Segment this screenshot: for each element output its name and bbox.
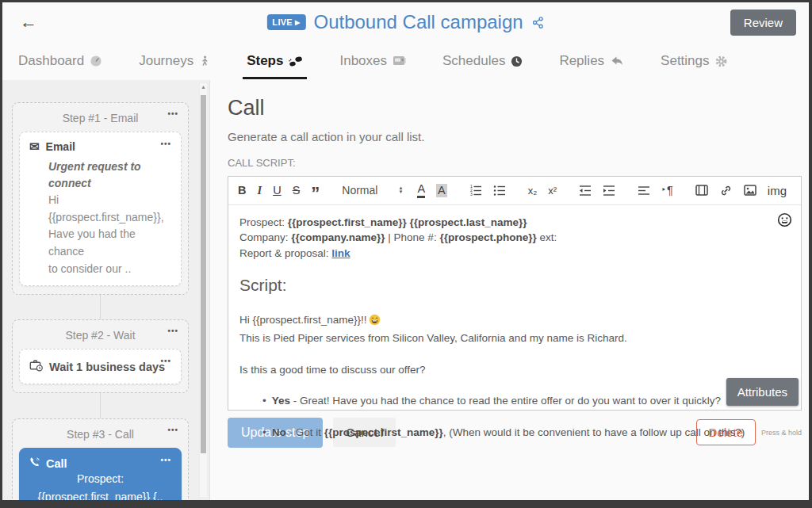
- step-connector: [100, 295, 101, 319]
- paragraph-format-select[interactable]: Normal ▲▼: [342, 184, 403, 197]
- tab-replies-label: Replies: [559, 53, 604, 69]
- ordered-list-button[interactable]: 123: [469, 185, 482, 197]
- outdent-button[interactable]: [579, 185, 592, 197]
- call-card-header: Call •••: [29, 456, 171, 470]
- call-card-menu-icon[interactable]: •••: [160, 456, 171, 464]
- underline-button[interactable]: U: [273, 185, 281, 197]
- back-arrow-icon[interactable]: ←: [20, 12, 37, 32]
- clock-icon: [511, 55, 523, 67]
- link-button[interactable]: [719, 184, 733, 197]
- share-icon[interactable]: [531, 16, 545, 29]
- italic-button[interactable]: I: [257, 185, 262, 197]
- highlight-color-button[interactable]: A: [436, 184, 447, 198]
- gauge-icon: [90, 55, 102, 67]
- no-option: No - Got it {{prospect.first_name}}, (Wh…: [262, 425, 790, 441]
- walking-person-icon: [199, 55, 210, 67]
- live-badge-label: LIVE: [272, 17, 293, 27]
- tab-steps-label: Steps: [247, 53, 283, 69]
- call-script-editor: B I U S ” Normal ▲▼ A A 123: [228, 176, 802, 411]
- footprints-icon: [289, 55, 303, 67]
- blockquote-button[interactable]: ”: [311, 190, 320, 197]
- step-1-title: Step #1 - Email: [19, 108, 182, 132]
- step-2-menu-icon[interactable]: •••: [167, 327, 178, 335]
- report-link[interactable]: link: [331, 247, 350, 259]
- email-action-card[interactable]: ✉ Email ••• Urgent request to connect Hi…: [19, 132, 182, 286]
- email-preview-line: Have you had the chance: [48, 226, 171, 260]
- superscript-button[interactable]: x²: [548, 185, 557, 196]
- tab-journeys-label: Journeys: [139, 53, 193, 69]
- tab-journeys[interactable]: Journeys: [139, 53, 210, 69]
- bold-button[interactable]: B: [238, 185, 246, 197]
- step-2-title: Step #2 - Wait: [19, 325, 182, 349]
- header: ← LIVE ▶ Outbound Call campaign Review: [2, 2, 809, 42]
- img-upload-button[interactable]: img: [768, 185, 787, 197]
- tab-steps[interactable]: Steps: [247, 53, 303, 69]
- wait-card-title: Wait 1 business days: [49, 361, 165, 373]
- main-panel: Call Generate a call action in your call…: [210, 80, 809, 500]
- email-card-header: ✉ Email: [29, 139, 171, 154]
- inbox-safe-icon: [393, 55, 406, 67]
- envelope-icon: ✉: [29, 139, 40, 154]
- tab-bar: Dashboard Journeys Steps Inboxes Schedul…: [2, 42, 809, 80]
- strikethrough-button[interactable]: S: [293, 185, 301, 197]
- sidebar-scrollbar[interactable]: ▲: [199, 82, 208, 498]
- step-3-title: Step #3 - Call: [19, 424, 182, 448]
- wait-icon: [29, 359, 43, 374]
- image-button[interactable]: [744, 185, 756, 196]
- play-icon: ▶: [295, 19, 300, 26]
- step-3-menu-icon[interactable]: •••: [167, 426, 178, 434]
- campaign-title: Outbound Call campaign: [313, 11, 523, 33]
- step-card-3[interactable]: Step #3 - Call ••• Call ••• Prospect: {{…: [12, 418, 189, 508]
- question-line: Is this a good time to discuss our offer…: [239, 362, 790, 378]
- page-title: Call: [228, 96, 809, 120]
- tab-settings-label: Settings: [661, 53, 709, 69]
- app-window: ← LIVE ▶ Outbound Call campaign Review D…: [0, 0, 812, 508]
- step-card-2[interactable]: Step #2 - Wait ••• Wait 1 business days …: [12, 319, 189, 393]
- step-connector: [100, 393, 101, 418]
- align-button[interactable]: [638, 185, 650, 197]
- call-card-line: {{prospect.first_name}} {..: [29, 488, 171, 506]
- tab-schedules-label: Schedules: [442, 53, 505, 69]
- email-card-title: Email: [46, 140, 75, 153]
- call-script-label: CALL SCRIPT:: [228, 157, 809, 169]
- wait-action-card[interactable]: Wait 1 business days •••: [19, 349, 182, 384]
- campaign-title-group: LIVE ▶ Outbound Call campaign: [266, 11, 544, 33]
- intro-line: This is Pied Piper services from Silicon…: [239, 330, 790, 346]
- review-button[interactable]: Review: [730, 10, 796, 36]
- scrollbar-up-icon[interactable]: ▲: [200, 84, 207, 90]
- tab-inboxes[interactable]: Inboxes: [339, 53, 406, 69]
- scrollbar-thumb[interactable]: [201, 95, 206, 453]
- steps-sidebar: Step #1 - Email ••• ✉ Email ••• Urgent r…: [2, 80, 210, 500]
- editor-content[interactable]: Prospect: {{prospect.first_name}} {{pros…: [228, 205, 801, 410]
- laughing-emoji: [369, 314, 381, 330]
- tab-dashboard[interactable]: Dashboard: [18, 53, 102, 69]
- attributes-button[interactable]: Attributes: [726, 378, 799, 406]
- email-preview-line: to consider our ..: [48, 261, 171, 278]
- subscript-button[interactable]: x₂: [528, 185, 538, 196]
- video-button[interactable]: [695, 185, 708, 196]
- bullet-list-button[interactable]: [493, 185, 506, 197]
- report-line: Report & proposal: link: [239, 246, 790, 262]
- clear-formatting-button[interactable]: Tx: [809, 185, 812, 197]
- email-preview-line: {{prospect.first_name}},: [48, 209, 171, 227]
- emoji-picker-icon[interactable]: [777, 212, 792, 232]
- call-action-card[interactable]: Call ••• Prospect: {{prospect.first_name…: [19, 448, 182, 508]
- tab-replies[interactable]: Replies: [559, 53, 624, 69]
- tab-inboxes-label: Inboxes: [339, 53, 387, 69]
- answer-options: Yes - Great! Have you had the chance to …: [239, 393, 790, 440]
- email-preview: Hi {{prospect.first_name}}, Have you had…: [29, 192, 171, 277]
- tab-settings[interactable]: Settings: [661, 53, 726, 69]
- step-1-menu-icon[interactable]: •••: [167, 109, 178, 118]
- prospect-line: Prospect: {{prospect.first_name}} {{pros…: [239, 215, 790, 231]
- text-color-button[interactable]: A: [417, 183, 425, 198]
- indent-button[interactable]: [603, 185, 615, 197]
- step-card-1[interactable]: Step #1 - Email ••• ✉ Email ••• Urgent r…: [12, 102, 189, 295]
- email-preview-line: Hi: [48, 192, 171, 209]
- tab-schedules[interactable]: Schedules: [442, 53, 523, 69]
- gear-icon: [715, 55, 727, 67]
- body: Step #1 - Email ••• ✉ Email ••• Urgent r…: [2, 80, 809, 500]
- company-phone-line: Company: {{company.name}} | Phone #: {{p…: [239, 230, 790, 246]
- wait-card-menu-icon[interactable]: •••: [160, 357, 171, 365]
- text-direction-button[interactable]: ¶: [661, 185, 673, 197]
- email-card-menu-icon[interactable]: •••: [160, 139, 171, 148]
